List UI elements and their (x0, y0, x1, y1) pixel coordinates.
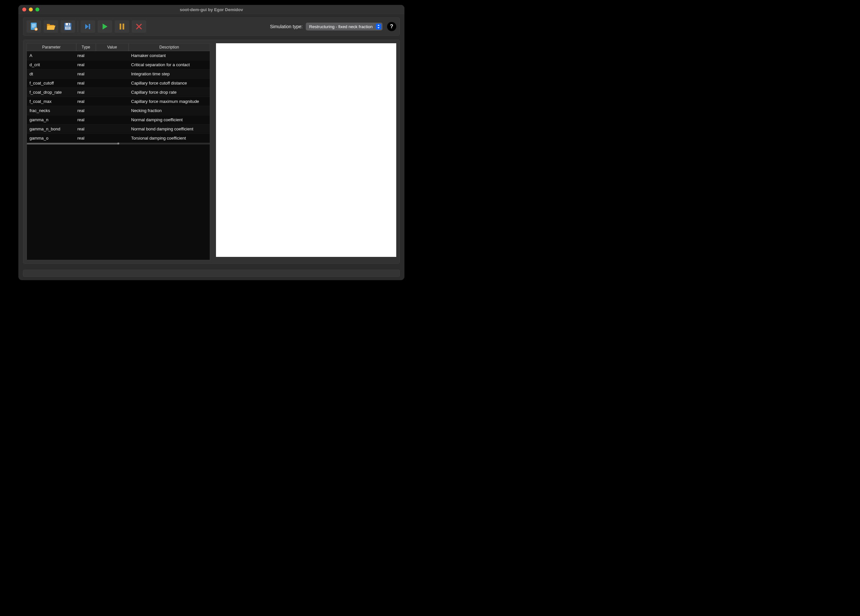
table-row[interactable]: f_coat_cutoffrealCapillary force cutoff … (27, 78, 210, 88)
cell-parameter[interactable]: gamma_n (27, 115, 76, 124)
svg-rect-3 (32, 26, 36, 27)
cell-type[interactable]: real (76, 69, 96, 78)
cell-value[interactable] (96, 78, 129, 88)
titlebar: soot-dem-gui by Egor Demidov (18, 5, 405, 14)
save-icon (64, 22, 72, 31)
cell-value[interactable] (96, 88, 129, 97)
stop-button[interactable] (132, 20, 146, 33)
cell-type[interactable]: real (76, 88, 96, 97)
parameters-table: Parameter Type Value Description ArealHa… (27, 44, 210, 143)
svg-rect-1 (32, 24, 36, 25)
play-icon (102, 23, 108, 30)
close-icon (136, 23, 142, 30)
toolbar-separator (78, 21, 78, 32)
status-bar (23, 270, 400, 277)
cell-description[interactable]: Necking fraction (129, 106, 210, 115)
cell-parameter[interactable]: gamma_n_bond (27, 124, 76, 134)
cell-parameter[interactable]: dt (27, 69, 76, 78)
new-button[interactable] (27, 20, 41, 33)
close-window-button[interactable] (22, 8, 26, 11)
cell-type[interactable]: real (76, 60, 96, 69)
table-row[interactable]: frac_necksrealNecking fraction (27, 106, 210, 115)
new-file-icon (30, 22, 38, 31)
col-header-parameter[interactable]: Parameter (27, 44, 76, 51)
save-button[interactable] (61, 20, 75, 33)
cell-type[interactable]: real (76, 124, 96, 134)
cell-description[interactable]: Capillary force maximum magnitude (129, 97, 210, 106)
table-row[interactable]: f_coat_drop_raterealCapillary force drop… (27, 88, 210, 97)
pause-button[interactable] (115, 20, 129, 33)
cell-parameter[interactable]: f_coat_max (27, 97, 76, 106)
cell-type[interactable]: real (76, 115, 96, 124)
cell-parameter[interactable]: f_coat_drop_rate (27, 88, 76, 97)
cell-value[interactable] (96, 124, 129, 134)
play-button[interactable] (98, 20, 112, 33)
skip-forward-icon (84, 23, 91, 30)
help-button[interactable]: ? (387, 22, 396, 31)
svg-marker-16 (103, 24, 108, 30)
svg-rect-9 (66, 23, 70, 25)
cell-parameter[interactable]: f_coat_cutoff (27, 78, 76, 88)
svg-rect-13 (66, 28, 70, 28)
preview-canvas[interactable] (216, 43, 396, 257)
cell-parameter[interactable]: A (27, 51, 76, 60)
table-row[interactable]: f_coat_maxrealCapillary force maximum ma… (27, 97, 210, 106)
table-row[interactable]: dtrealIntegration time step (27, 69, 210, 78)
table-row[interactable]: gamma_orealTorsional damping coefficient (27, 134, 210, 143)
svg-marker-21 (378, 25, 380, 26)
cell-parameter[interactable]: frac_necks (27, 106, 76, 115)
sim-type-value: Restructuring - fixed neck fraction (309, 24, 373, 29)
cell-description[interactable]: Normal damping coefficient (129, 115, 210, 124)
svg-rect-7 (35, 29, 37, 30)
cell-type[interactable]: real (76, 97, 96, 106)
cell-value[interactable] (96, 51, 129, 60)
window-title: soot-dem-gui by Egor Demidov (18, 7, 405, 12)
col-header-type[interactable]: Type (76, 44, 96, 51)
svg-rect-17 (119, 24, 121, 30)
cell-value[interactable] (96, 60, 129, 69)
svg-rect-11 (65, 27, 71, 30)
app-window: soot-dem-gui by Egor Demidov (18, 5, 405, 280)
help-icon: ? (390, 24, 393, 30)
cell-type[interactable]: real (76, 134, 96, 143)
cell-value[interactable] (96, 106, 129, 115)
cell-value[interactable] (96, 97, 129, 106)
minimize-window-button[interactable] (29, 8, 33, 11)
cell-type[interactable]: real (76, 51, 96, 60)
cell-description[interactable]: Torsional damping coefficient (129, 134, 210, 143)
table-row[interactable]: ArealHamaker constant (27, 51, 210, 60)
table-row[interactable]: gamma_n_bondrealNormal bond damping coef… (27, 124, 210, 134)
cell-description[interactable]: Integration time step (129, 69, 210, 78)
toolbar: Simulation type: Restructuring - fixed n… (23, 17, 400, 36)
cell-value[interactable] (96, 115, 129, 124)
sim-type-select[interactable]: Restructuring - fixed neck fraction (306, 23, 383, 30)
cell-description[interactable]: Normal bond damping coefficient (129, 124, 210, 134)
cell-parameter[interactable]: gamma_o (27, 134, 76, 143)
col-header-description[interactable]: Description (129, 44, 210, 51)
svg-rect-18 (122, 24, 124, 30)
select-arrows-icon (376, 24, 381, 30)
table-row[interactable]: gamma_nrealNormal damping coefficient (27, 115, 210, 124)
table-row[interactable]: d_critrealCritical separation for a cont… (27, 60, 210, 69)
table-header-row: Parameter Type Value Description (27, 44, 210, 51)
svg-rect-10 (68, 23, 69, 25)
cell-type[interactable]: real (76, 78, 96, 88)
cell-parameter[interactable]: d_crit (27, 60, 76, 69)
cell-value[interactable] (96, 69, 129, 78)
cell-type[interactable]: real (76, 106, 96, 115)
svg-rect-2 (32, 25, 36, 25)
cell-description[interactable]: Capillary force drop rate (129, 88, 210, 97)
cell-value[interactable] (96, 134, 129, 143)
zoom-window-button[interactable] (35, 8, 39, 11)
col-header-value[interactable]: Value (96, 44, 129, 51)
table-horizontal-scrollbar[interactable] (27, 143, 210, 144)
svg-rect-15 (89, 24, 90, 29)
skip-button[interactable] (81, 20, 95, 33)
sim-type-label: Simulation type: (270, 24, 303, 29)
traffic-lights (18, 8, 39, 11)
cell-description[interactable]: Capillary force cutoff distance (129, 78, 210, 88)
cell-description[interactable]: Hamaker constant (129, 51, 210, 60)
parameters-pane: Parameter Type Value Description ArealHa… (27, 43, 210, 260)
open-button[interactable] (44, 20, 58, 33)
cell-description[interactable]: Critical separation for a contact (129, 60, 210, 69)
